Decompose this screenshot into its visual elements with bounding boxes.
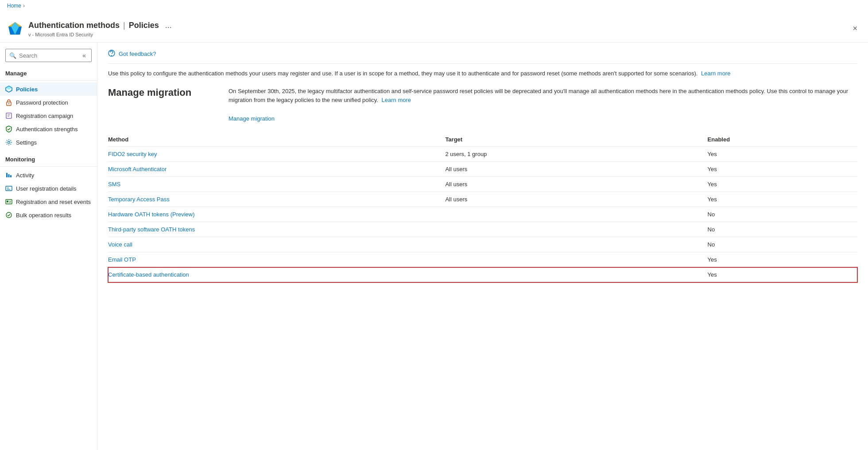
title-subnav: v - Microsoft Entra ID Security: [28, 32, 174, 37]
monitoring-divider: [0, 166, 97, 167]
method-link[interactable]: Temporary Access Pass: [108, 196, 170, 203]
enabled-cell: Yes: [708, 267, 857, 282]
table-row: Temporary Access PassAll usersYes: [108, 192, 857, 207]
method-cell: Third-party software OATH tokens: [108, 222, 445, 237]
method-link[interactable]: Hardware OATH tokens (Preview): [108, 211, 195, 218]
app-icon: [7, 21, 23, 37]
target-cell: [445, 222, 707, 237]
svg-rect-19: [7, 201, 8, 203]
table-row: Microsoft AuthenticatorAll usersYes: [108, 162, 857, 177]
enabled-cell: Yes: [708, 162, 857, 177]
svg-point-24: [111, 55, 112, 56]
breadcrumb: Home ›: [0, 0, 868, 12]
sidebar-item-password-protection[interactable]: Password protection: [0, 96, 97, 109]
svg-point-11: [8, 141, 10, 144]
monitoring-section-header: Monitoring: [0, 153, 97, 164]
sidebar: 🔍 « Manage Policies Password protection …: [0, 43, 97, 450]
enabled-cell: Yes: [708, 147, 857, 162]
method-link[interactable]: Certificate-based authentication: [108, 271, 189, 278]
sidebar-item-registration-campaign[interactable]: Registration campaign: [0, 109, 97, 122]
sidebar-item-user-reg-label: User registration details: [16, 185, 77, 192]
svg-point-7: [8, 103, 9, 104]
table-row: FIDO2 security key2 users, 1 groupYes: [108, 147, 857, 162]
table-row: Certificate-based authenticationYes: [108, 267, 857, 282]
enabled-cell: No: [708, 207, 857, 222]
sidebar-item-reg-events-label: Registration and reset events: [16, 199, 91, 205]
method-cell: Certificate-based authentication: [108, 267, 445, 282]
feedback-link[interactable]: Got feedback?: [119, 51, 156, 57]
sidebar-item-settings[interactable]: Settings: [0, 136, 97, 149]
main-content: Got feedback? Use this policy to configu…: [97, 43, 868, 450]
table-row: Third-party software OATH tokensNo: [108, 222, 857, 237]
collapse-button[interactable]: «: [81, 51, 88, 60]
method-cell: Hardware OATH tokens (Preview): [108, 207, 445, 222]
target-cell: All users: [445, 177, 707, 192]
target-cell: [445, 237, 707, 252]
sidebar-item-settings-label: Settings: [16, 139, 37, 146]
search-box: 🔍 «: [5, 49, 92, 62]
page-title-main: Authentication methods: [28, 21, 120, 30]
method-link[interactable]: SMS: [108, 181, 120, 188]
policy-learn-more-link[interactable]: Learn more: [701, 70, 730, 77]
activity-icon: [5, 172, 12, 179]
password-icon: [5, 99, 12, 106]
page-title-sub: Policies: [129, 21, 159, 30]
search-icon: 🔍: [9, 52, 16, 59]
sidebar-item-bulk-label: Bulk operation results: [16, 212, 71, 219]
sidebar-item-policies-label: Policies: [16, 86, 38, 93]
target-cell: All users: [445, 192, 707, 207]
close-button[interactable]: ×: [849, 22, 861, 35]
method-link[interactable]: FIDO2 security key: [108, 151, 157, 157]
table-row: Voice callNo: [108, 237, 857, 252]
svg-rect-13: [8, 174, 10, 177]
sidebar-item-auth-label: Authentication strengths: [16, 126, 78, 133]
policy-description: Use this policy to configure the authent…: [108, 69, 857, 78]
svg-marker-5: [6, 86, 12, 90]
top-bar: Authentication methods | Policies ... v …: [0, 12, 868, 43]
sidebar-item-password-label: Password protection: [16, 99, 68, 106]
migration-description: On September 30th, 2025, the legacy mult…: [229, 87, 857, 106]
bulk-icon: [5, 211, 12, 219]
method-link[interactable]: Microsoft Authenticator: [108, 166, 167, 172]
settings-icon: [5, 139, 12, 146]
method-link[interactable]: Voice call: [108, 241, 132, 248]
col-method: Method: [108, 133, 445, 147]
col-target: Target: [445, 133, 707, 147]
sidebar-item-activity[interactable]: Activity: [0, 168, 97, 182]
table-row: Hardware OATH tokens (Preview)No: [108, 207, 857, 222]
enabled-cell: Yes: [708, 252, 857, 267]
sidebar-item-bulk-results[interactable]: Bulk operation results: [0, 208, 97, 222]
enabled-cell: Yes: [708, 177, 857, 192]
migration-learn-more-link[interactable]: Learn more: [382, 97, 411, 103]
title-separator: |: [123, 21, 125, 30]
breadcrumb-chevron: ›: [23, 3, 25, 9]
method-link[interactable]: Email OTP: [108, 256, 136, 263]
sidebar-item-policies[interactable]: Policies: [0, 82, 97, 96]
method-cell: SMS: [108, 177, 445, 192]
ellipsis-button[interactable]: ...: [163, 20, 174, 31]
manage-migration-link[interactable]: Manage migration: [229, 115, 275, 122]
sidebar-item-activity-label: Activity: [16, 172, 34, 179]
method-link[interactable]: Third-party software OATH tokens: [108, 226, 195, 233]
target-cell: [445, 267, 707, 282]
method-cell: Email OTP: [108, 252, 445, 267]
home-link[interactable]: Home: [7, 3, 21, 9]
target-cell: [445, 252, 707, 267]
reg-events-icon: [5, 198, 12, 205]
manage-divider: [0, 80, 97, 81]
auth-icon: [5, 125, 12, 133]
table-row: Email OTPYes: [108, 252, 857, 267]
search-input[interactable]: [19, 52, 78, 59]
sidebar-item-reg-reset-events[interactable]: Registration and reset events: [0, 195, 97, 208]
svg-rect-15: [6, 186, 12, 191]
enabled-cell: No: [708, 222, 857, 237]
sidebar-item-user-reg-details[interactable]: User registration details: [0, 182, 97, 195]
col-enabled: Enabled: [708, 133, 857, 147]
manage-section-header: Manage: [0, 67, 97, 78]
sidebar-item-reg-campaign-label: Registration campaign: [16, 113, 73, 119]
enabled-cell: No: [708, 237, 857, 252]
user-reg-icon: [5, 185, 12, 192]
migration-section: Manage migration On September 30th, 2025…: [108, 87, 857, 122]
registration-icon: [5, 112, 12, 119]
sidebar-item-auth-strengths[interactable]: Authentication strengths: [0, 122, 97, 136]
